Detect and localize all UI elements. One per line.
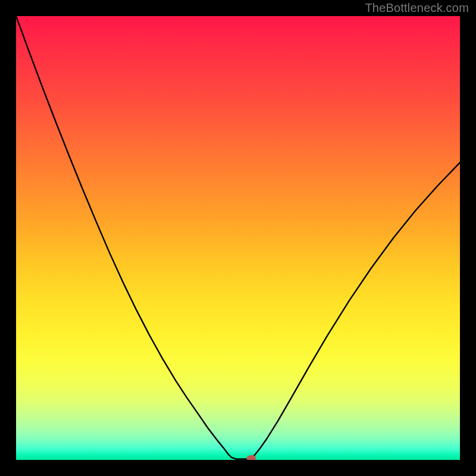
chart-frame: TheBottleneck.com — [0, 0, 476, 476]
chart-svg — [16, 16, 460, 460]
watermark-text: TheBottleneck.com — [365, 1, 469, 15]
curve-line — [16, 16, 460, 459]
